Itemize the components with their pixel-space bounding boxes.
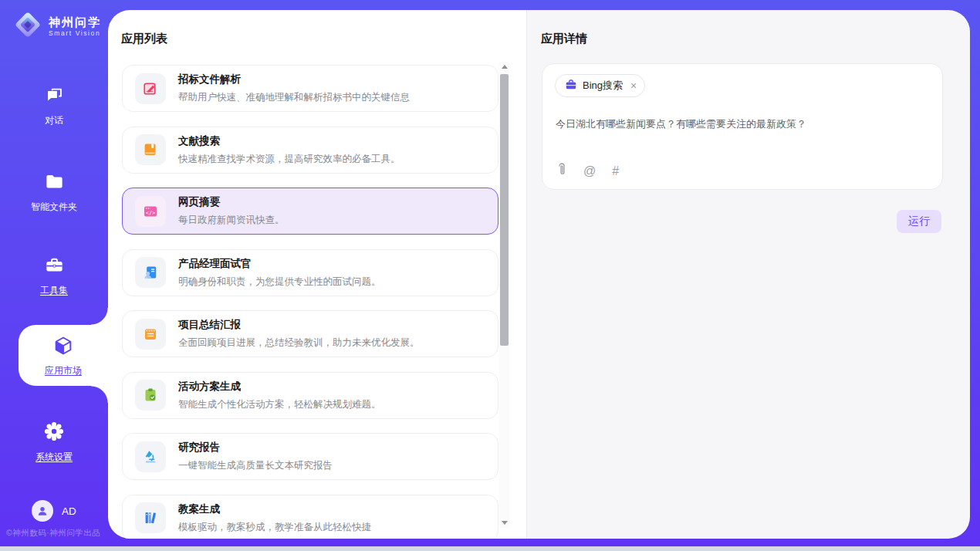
sidebar-item-label: 智能文件夹 [31,201,77,214]
app-description: 快速精准查找学术资源，提高研究效率的必备工具。 [178,153,400,166]
copyright-footer: ©神州数码·神州问学出品 [6,528,100,539]
prompt-text[interactable]: 今日湖北有哪些新闻要点？有哪些需要关注的最新政策？ [556,117,927,132]
input-toolbar: @ # [556,162,619,180]
app-list-panel: 应用列表 招标文件解析 帮助用户快速、准确地理解和解析招标书 [108,10,527,539]
cube-icon [52,335,74,360]
user-name: AD [62,505,76,517]
prompt-input-card[interactable]: Bing搜索 × 今日湖北有哪些新闻要点？有哪些需要关注的最新政策？ @ # [542,63,943,190]
app-name: 活动方案生成 [178,380,381,394]
svg-text:</>: </> [146,209,155,215]
brand-logo: 神州问学 Smart Vision [12,9,101,43]
run-button[interactable]: 运行 [897,210,941,233]
sidebar-item-label: 工具集 [40,284,68,297]
resume-person-icon [135,257,166,288]
sidebar-item-label: 对话 [45,114,63,127]
app-card-event-plan[interactable]: 活动方案生成 智能生成个性化活动方案，轻松解决规划难题。 [122,372,498,419]
toolbox-icon [44,255,65,279]
sidebar-item-app-market[interactable]: 应用市场 [19,335,108,377]
app-name: 项目总结汇报 [178,318,420,332]
briefcase-icon [565,79,577,93]
hash-icon[interactable]: # [612,165,619,177]
sidebar-item-settings[interactable]: 系统设置 [0,421,108,464]
avatar [32,500,53,522]
sidebar-item-label: 应用市场 [45,364,82,377]
paperclip-icon[interactable] [556,162,567,180]
notepad-icon [135,319,166,350]
scrollbar-down-button[interactable] [499,518,509,528]
sidebar-item-toolset[interactable]: 工具集 [0,255,108,297]
triangle-down-icon [502,521,508,525]
app-name: 产品经理面试官 [178,257,381,271]
tool-chip-bing-search[interactable]: Bing搜索 × [555,74,645,97]
app-description: 模板驱动，教案秒成，教学准备从此轻松快捷 [178,521,371,534]
person-icon [35,504,49,518]
app-name: 文献搜索 [178,134,400,148]
scrollbar-thumb[interactable] [500,74,509,346]
app-name: 网页摘要 [178,195,285,209]
app-card-pm-interviewer[interactable]: 产品经理面试官 明确身份和职责，为您提供专业性的面试问题。 [122,249,498,296]
mention-icon[interactable]: @ [583,165,596,177]
app-card-research-report[interactable]: 研究报告 一键智能生成高质量长文本研究报告 [122,433,498,480]
app-description: 明确身份和职责，为您提供专业性的面试问题。 [178,276,381,289]
chip-close-icon[interactable]: × [630,80,637,91]
document-edit-icon [135,73,166,104]
books-icon [135,502,166,533]
scrollbar-up-button[interactable] [499,62,509,72]
app-name: 教案生成 [178,502,371,516]
browser-code-icon: </> [135,196,166,227]
user-account[interactable]: AD [0,500,108,522]
app-card-lesson-plan[interactable]: 教案生成 模板驱动，教案秒成，教学准备从此轻松快捷 [122,495,498,539]
list-scrollbar[interactable] [499,62,509,528]
app-name: 招标文件解析 [178,73,410,86]
app-description: 一键智能生成高质量长文本研究报告 [178,459,333,472]
app-description: 每日政府新闻资讯快查。 [178,214,285,227]
sidebar: 神州问学 Smart Vision 对话 [0,0,108,546]
app-description: 全面回顾项目进展，总结经验教训，助力未来优化发展。 [178,336,420,350]
sidebar-item-chat[interactable]: 对话 [0,85,108,127]
app-card-web-summary[interactable]: </> 网页摘要 每日政府新闻资讯快查。 [122,188,498,235]
diamond-logo-icon [12,9,43,43]
sidebar-item-label: 系统设置 [35,451,73,464]
folder-icon [44,171,65,195]
app-description: 智能生成个性化活动方案，轻松解决规划难题。 [178,398,381,411]
gear-icon [43,421,65,445]
app-list: 招标文件解析 帮助用户快速、准确地理解和解析招标书中的关键信息 [122,65,498,539]
app-detail-title: 应用详情 [541,32,587,46]
microscope-icon [135,441,166,472]
brand-subtitle: Smart Vision [49,29,101,37]
page-background: 神州问学 Smart Vision 对话 [0,0,980,546]
triangle-up-icon [502,65,508,69]
main-content: 应用列表 招标文件解析 帮助用户快速、准确地理解和解析招标书 [108,10,970,539]
brand-name: 神州问学 [49,15,101,29]
app-card-project-summary[interactable]: 项目总结汇报 全面回顾项目进展，总结经验教训，助力未来优化发展。 [122,310,498,357]
app-card-literature-search[interactable]: 文献搜索 快速精准查找学术资源，提高研究效率的必备工具。 [122,127,498,174]
clipboard-check-icon [135,380,166,411]
app-card-bid-analysis[interactable]: 招标文件解析 帮助用户快速、准确地理解和解析招标书中的关键信息 [122,65,498,112]
app-list-title: 应用列表 [121,32,167,46]
app-name: 研究报告 [178,441,333,455]
app-description: 帮助用户快速、准确地理解和解析招标书中的关键信息 [178,91,410,104]
chat-icon [44,85,65,109]
app-window: 神州问学 Smart Vision 对话 [0,0,980,551]
tool-chip-label: Bing搜索 [583,79,623,93]
sidebar-selected-bubble: 应用市场 [19,325,108,386]
book-icon [135,134,166,165]
app-detail-panel: 应用详情 Bing搜索 × 今日湖北有哪些新闻要点？ [527,10,970,539]
sidebar-item-smart-folder[interactable]: 智能文件夹 [0,171,108,214]
